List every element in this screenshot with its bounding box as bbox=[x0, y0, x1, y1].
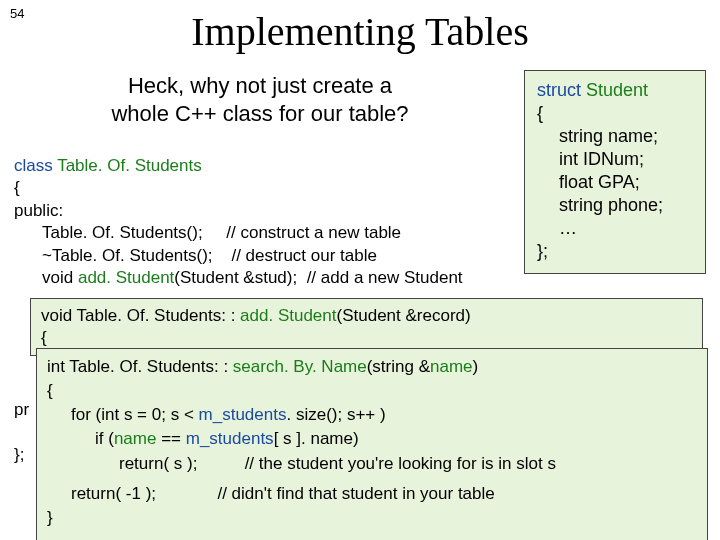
field-ellipsis: … bbox=[559, 217, 693, 240]
ov2-param: name bbox=[430, 357, 473, 376]
ov2-if3: [ s ]. name) bbox=[274, 429, 359, 448]
ov1-open-brace: { bbox=[41, 327, 692, 349]
ctor-decl: Table. Of. Students(); bbox=[42, 223, 203, 242]
ov2-for2: . size(); s++ ) bbox=[286, 405, 385, 424]
ov2-comment2: // didn't find that student in your tabl… bbox=[156, 484, 495, 503]
ov2-member2: m_students bbox=[186, 429, 274, 448]
slide-title: Implementing Tables bbox=[0, 8, 720, 55]
field-idnum: int IDNum; bbox=[559, 148, 693, 171]
ctor-comment: // construct a new table bbox=[203, 223, 401, 242]
field-phone: string phone; bbox=[559, 194, 693, 217]
dtor-decl: ~Table. Of. Students(); bbox=[42, 246, 213, 265]
public-label: public: bbox=[14, 200, 536, 222]
ov2-prefix: int Table. Of. Students: : bbox=[47, 357, 233, 376]
field-name: string name; bbox=[559, 125, 693, 148]
ov2-if2: == bbox=[156, 429, 185, 448]
ov2-if1: if ( bbox=[95, 429, 114, 448]
truncated-pr: pr bbox=[14, 400, 29, 420]
class-open-brace: { bbox=[14, 177, 536, 199]
ov2-comment1: // the student you're looking for is in … bbox=[197, 454, 556, 473]
keyword-struct: struct bbox=[537, 80, 586, 100]
ov2-sig1: (string & bbox=[367, 357, 430, 376]
ov2-open-brace: { bbox=[47, 379, 697, 403]
open-brace: { bbox=[537, 102, 693, 125]
method-addstudent: add. Student bbox=[78, 268, 174, 287]
keyword-class: class bbox=[14, 156, 57, 175]
struct-code-panel: struct Student { string name; int IDNum;… bbox=[524, 70, 706, 274]
ov2-return-neg1: return( -1 ); bbox=[71, 484, 156, 503]
class-close-brace: }; bbox=[14, 445, 24, 465]
ov2-sig2: ) bbox=[473, 357, 479, 376]
searchbyname-overlay: int Table. Of. Students: : search. By. N… bbox=[36, 348, 708, 540]
ov2-member1: m_students bbox=[199, 405, 287, 424]
typename-student: Student bbox=[586, 80, 648, 100]
dtor-comment: // destruct our table bbox=[213, 246, 377, 265]
slide-subtitle: Heck, why not just create a whole C++ cl… bbox=[70, 72, 450, 127]
ov2-close-brace: } bbox=[47, 506, 697, 530]
ov2-name-var: name bbox=[114, 429, 157, 448]
subtitle-line-2: whole C++ class for our table? bbox=[111, 101, 408, 126]
addstudent-sig: (Student &stud); // add a new Student bbox=[174, 268, 462, 287]
ov1-sig: (Student &record) bbox=[337, 306, 471, 325]
ov1-method: add. Student bbox=[240, 306, 336, 325]
subtitle-line-1: Heck, why not just create a bbox=[128, 73, 392, 98]
ov1-prefix: void Table. Of. Students: : bbox=[41, 306, 240, 325]
ov2-for1: for (int s = 0; s < bbox=[71, 405, 199, 424]
classname: Table. Of. Students bbox=[57, 156, 202, 175]
class-code-block: class Table. Of. Students { public: Tabl… bbox=[14, 155, 536, 290]
ov2-method: search. By. Name bbox=[233, 357, 367, 376]
ov2-return-s: return( s ); bbox=[119, 454, 197, 473]
void-kw: void bbox=[42, 268, 78, 287]
field-gpa: float GPA; bbox=[559, 171, 693, 194]
close-brace: }; bbox=[537, 240, 693, 263]
